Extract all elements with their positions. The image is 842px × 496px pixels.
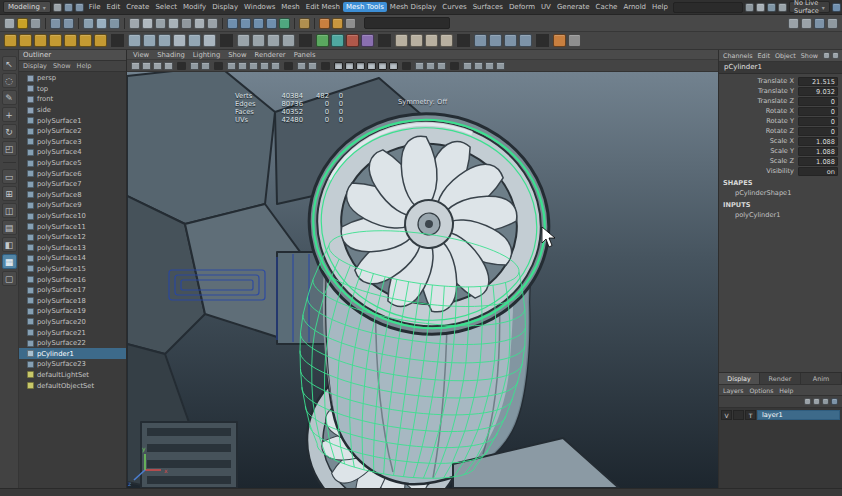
menu-item[interactable]: Modify xyxy=(180,2,209,12)
new-layer-from-selected-icon[interactable] xyxy=(831,398,838,405)
separator[interactable] xyxy=(214,62,223,70)
outliner-item[interactable]: polySurface9 xyxy=(19,200,126,211)
sidebar-channel-box-icon[interactable] xyxy=(814,18,825,29)
channel-object-name[interactable]: pCylinder1 xyxy=(719,62,842,74)
resolution-gate-icon[interactable] xyxy=(249,62,258,70)
move-tool[interactable]: + xyxy=(2,107,17,122)
symmetry-icon[interactable] xyxy=(832,3,841,12)
safe-title-icon[interactable] xyxy=(308,62,317,70)
separator[interactable] xyxy=(78,18,79,29)
separator[interactable] xyxy=(222,18,223,29)
viewport-menu-item[interactable]: Shading xyxy=(157,51,185,59)
layer-display-type-toggle[interactable]: T xyxy=(745,410,756,420)
channel-settings-icon[interactable] xyxy=(832,52,839,59)
layer-menu-item[interactable]: Help xyxy=(779,387,793,394)
sculpt-knife-icon[interactable] xyxy=(440,34,453,47)
separator[interactable] xyxy=(284,62,293,70)
poly-plane-icon[interactable] xyxy=(79,34,92,47)
menu-item[interactable]: Deform xyxy=(506,2,538,12)
uv-automatic-icon[interactable] xyxy=(504,34,517,47)
save-scene-icon[interactable] xyxy=(30,18,41,29)
open-scene-icon[interactable] xyxy=(17,18,28,29)
viewport-menu-item[interactable]: View xyxy=(133,51,149,59)
mask-joints-icon[interactable] xyxy=(142,18,153,29)
channel-row[interactable]: Rotate Z 0 xyxy=(719,126,842,136)
menu-item[interactable]: Create xyxy=(123,2,152,12)
layer-tab[interactable]: Display xyxy=(719,373,760,384)
snap-grid-icon[interactable] xyxy=(227,18,238,29)
separator[interactable] xyxy=(299,34,312,47)
outliner-item[interactable]: polySurface18 xyxy=(19,295,126,306)
mask-rendering-icon[interactable] xyxy=(207,18,218,29)
single-pane-layout[interactable]: ▭ xyxy=(2,169,17,184)
new-empty-layer-icon[interactable] xyxy=(822,398,829,405)
outliner-item[interactable]: polySurface6 xyxy=(19,168,126,179)
menu-item[interactable]: Curves xyxy=(439,2,469,12)
quad-draw-icon[interactable] xyxy=(203,34,216,47)
channel-row[interactable]: Translate Z 0 xyxy=(719,96,842,106)
layer-tab[interactable]: Anim xyxy=(801,373,842,384)
depth-of-field-icon[interactable] xyxy=(437,62,446,70)
separator[interactable] xyxy=(111,34,124,47)
menu-item[interactable]: Mesh xyxy=(278,2,302,12)
script-editor-icon[interactable] xyxy=(756,3,765,12)
select-tool[interactable]: ↖ xyxy=(2,56,17,71)
outliner-item[interactable]: polySurface8 xyxy=(19,190,126,201)
channel-row[interactable]: Scale Y 1.088 xyxy=(719,146,842,156)
channel-value-field[interactable]: 0 xyxy=(798,97,838,106)
poly-torus-icon[interactable] xyxy=(64,34,77,47)
outliner-item[interactable]: polySurface23 xyxy=(19,359,126,370)
snap-point-icon[interactable] xyxy=(253,18,264,29)
use-all-lights-icon[interactable] xyxy=(367,62,376,70)
viewport-menu-item[interactable]: Renderer xyxy=(255,51,286,59)
viewport-canvas[interactable]: x y z Verts 40384 482 0 xyxy=(127,72,718,488)
separator[interactable] xyxy=(220,34,233,47)
shadows-icon[interactable] xyxy=(378,62,387,70)
live-surface-selector[interactable]: No Live Surface ▾ xyxy=(789,1,830,13)
outliner-item[interactable]: polySurface3 xyxy=(19,137,126,148)
outliner-item[interactable]: polySurface21 xyxy=(19,327,126,338)
outliner-item[interactable]: polySurface7 xyxy=(19,179,126,190)
motion-blur-icon[interactable] xyxy=(415,62,424,70)
scale-tool[interactable]: ◰ xyxy=(2,141,17,156)
menu-item[interactable]: Cache xyxy=(593,2,621,12)
poly-cone-icon[interactable] xyxy=(49,34,62,47)
exposure-icon[interactable] xyxy=(485,62,494,70)
outliner-item[interactable]: polySurface20 xyxy=(19,317,126,328)
uv-editor-icon[interactable] xyxy=(519,34,532,47)
outliner-menu-item[interactable]: Display xyxy=(23,62,47,70)
layer-menu-item[interactable]: Layers xyxy=(723,387,743,394)
outliner-item[interactable]: polySurface22 xyxy=(19,338,126,349)
mask-deformations-icon[interactable] xyxy=(181,18,192,29)
menu-item[interactable]: Display xyxy=(209,2,241,12)
sculpt-smooth-icon[interactable] xyxy=(410,34,423,47)
command-line-icon[interactable] xyxy=(767,3,776,12)
channel-row[interactable]: Scale X 1.088 xyxy=(719,136,842,146)
field-chart-icon[interactable] xyxy=(271,62,280,70)
mask-surfaces-icon[interactable] xyxy=(168,18,179,29)
render-settings-icon[interactable] xyxy=(568,34,581,47)
multisample-aa-icon[interactable] xyxy=(426,62,435,70)
layer-visibility-toggle[interactable]: V xyxy=(721,410,732,420)
viewport-menu-item[interactable]: Lighting xyxy=(193,51,220,59)
outliner-item[interactable]: polySurface4 xyxy=(19,147,126,158)
bookmarks-icon[interactable] xyxy=(164,62,173,70)
select-hierarchy-icon[interactable] xyxy=(83,18,94,29)
outliner-item[interactable]: polySurface13 xyxy=(19,243,126,254)
menu-item[interactable]: Arnold xyxy=(620,2,649,12)
uv-persp-layout[interactable]: ◧ xyxy=(2,237,17,252)
outliner-item[interactable]: pCylinder1 xyxy=(19,348,126,359)
help-line-icon[interactable] xyxy=(778,3,787,12)
menu-item[interactable]: Mesh Display xyxy=(387,2,439,12)
select-camera-icon[interactable] xyxy=(131,62,140,70)
channel-row[interactable]: Translate X 21.515 xyxy=(719,76,842,86)
channel-box-menu-item[interactable]: Edit xyxy=(758,52,770,60)
channel-box-menu-item[interactable]: Object xyxy=(775,52,796,60)
speed-ramp-icon[interactable] xyxy=(823,52,830,59)
menu-set-selector[interactable]: Modeling ▾ xyxy=(3,1,51,13)
channel-value-field[interactable]: 0 xyxy=(798,107,838,116)
target-weld-icon[interactable] xyxy=(188,34,201,47)
channel-row[interactable]: Rotate Y 0 xyxy=(719,116,842,126)
undo-icon[interactable] xyxy=(64,3,73,12)
mask-curves-icon[interactable] xyxy=(155,18,166,29)
